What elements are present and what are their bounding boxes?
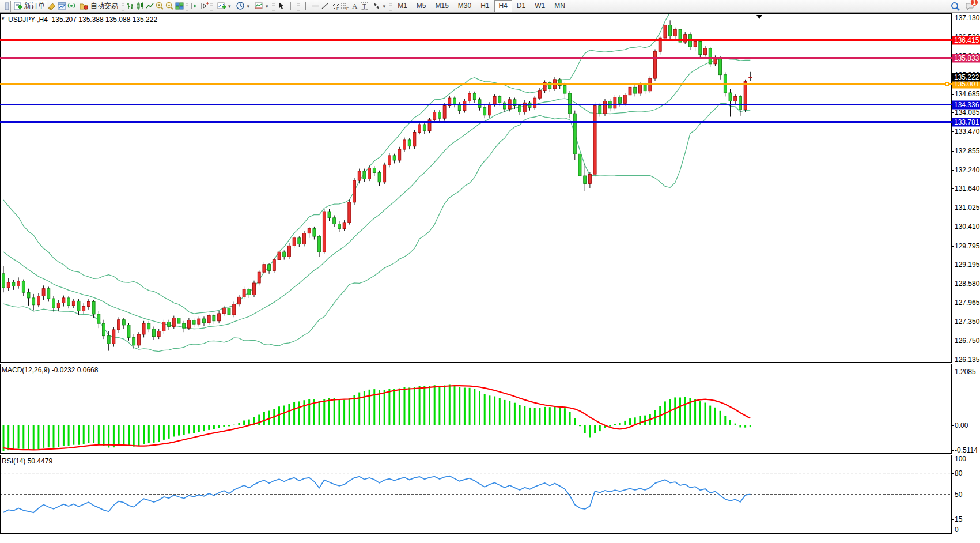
auto-scroll-icon[interactable]	[199, 1, 209, 11]
chart-symbol-period: USDJPY-,H4	[8, 16, 48, 24]
toolbar-grip	[210, 2, 213, 11]
timeframe-H4[interactable]: H4	[494, 0, 512, 12]
dropdown-caret: ▾	[247, 3, 250, 9]
tile-windows-icon[interactable]	[175, 1, 184, 11]
chart-area[interactable]: ▾ USDJPY-,H4 135.207 135.388 135.088 135…	[0, 13, 980, 543]
price-axis-tick	[952, 265, 954, 265]
macd-axis-tick	[952, 372, 954, 372]
price-tick-label: 126.135	[955, 356, 979, 364]
timeframe-M1[interactable]: M1	[393, 0, 412, 12]
collapse-arrow-icon[interactable]: ▾	[2, 16, 5, 21]
search-icon[interactable]	[950, 1, 960, 11]
price-axis-tick	[952, 284, 954, 284]
chart-window-icon[interactable]	[57, 1, 67, 11]
main-toolbar: 新订单 自动交易	[0, 0, 980, 13]
notifications-icon[interactable]: 1	[964, 1, 974, 11]
zoom-in-icon[interactable]	[155, 1, 165, 11]
line-chart-mode-icon[interactable]	[145, 1, 155, 11]
timeframe-M15[interactable]: M15	[430, 0, 453, 12]
rsi-axis-tick	[952, 473, 954, 474]
toolbar-grip	[186, 2, 188, 11]
price-axis-tick	[952, 188, 954, 189]
arrows-tool-button[interactable]: ▾	[369, 1, 388, 12]
svg-text:E: E	[336, 7, 339, 11]
dropdown-caret: ▾	[266, 3, 268, 9]
dropdown-caret: ▾	[228, 3, 231, 9]
price-tick-label: 130.410	[955, 223, 979, 231]
auto-trading-button[interactable]: 自动交易	[77, 1, 120, 12]
fibonacci-tool-icon[interactable]: F	[340, 1, 350, 11]
rsi-axis-tick	[952, 519, 954, 520]
chart-canvas[interactable]	[0, 13, 980, 543]
price-axis-tick	[952, 322, 954, 322]
price-tick-label: 131.640	[955, 184, 979, 193]
vertical-line-tool-icon[interactable]	[301, 1, 311, 11]
add-indicator-button[interactable]: ▾	[214, 1, 233, 12]
zoom-out-icon[interactable]	[165, 1, 175, 11]
resistance-line-2-price-label: 135.833	[952, 54, 980, 62]
price-axis-tick	[952, 227, 954, 227]
rsi-tick-label: 0	[955, 526, 959, 534]
signal-icon[interactable]	[67, 1, 77, 11]
candlestick-mode-icon[interactable]	[135, 1, 145, 11]
cursor-icon[interactable]	[276, 1, 286, 11]
macd-tick-label: 1.2085	[955, 368, 976, 376]
rsi-axis-tick	[952, 459, 954, 459]
timeframe-M30[interactable]: M30	[453, 0, 476, 12]
price-axis-tick	[952, 208, 954, 208]
auto-trading-icon	[79, 1, 89, 11]
support-line-1[interactable]	[0, 104, 952, 105]
template-icon	[254, 1, 264, 11]
support-line-2[interactable]	[0, 121, 952, 123]
periods-button[interactable]: ▾	[233, 1, 252, 12]
main-panel-frame	[1, 14, 952, 363]
new-order-button[interactable]: 新订单	[10, 1, 47, 12]
clipped-left-icon	[1, 1, 10, 11]
price-axis-tick	[952, 303, 954, 303]
macd-axis-tick	[952, 425, 954, 426]
price-axis-tick	[952, 170, 954, 171]
text-tool-icon[interactable]: A	[350, 1, 360, 11]
svg-text:T: T	[362, 3, 366, 10]
chart-shift-icon[interactable]	[190, 1, 199, 11]
trendline-tool-icon[interactable]	[320, 1, 330, 11]
macd-plot	[3, 385, 750, 451]
timeframe-MN[interactable]: MN	[550, 0, 570, 12]
crosshair-icon[interactable]	[286, 1, 296, 11]
text-label-tool-icon[interactable]: T	[360, 1, 369, 11]
macd-indicator-label: MACD(12,26,9) -0.0232 0.0668	[2, 366, 98, 374]
price-tick-label: 133.470	[955, 127, 979, 135]
support-line-1-price-label: 134.336	[952, 100, 980, 109]
toolbar-grip	[122, 2, 124, 11]
price-axis-tick	[952, 246, 954, 247]
horizontal-line-tool-icon[interactable]	[311, 1, 320, 11]
toolbar-grip	[272, 2, 275, 11]
chart-ohlc-values: 135.207 135.388 135.088 135.222	[52, 16, 158, 24]
bar-chart-mode-icon[interactable]	[126, 1, 135, 11]
price-tick-label: 129.795	[955, 242, 979, 250]
price-axis-tick	[952, 360, 954, 360]
order-line-handle[interactable]	[945, 82, 949, 86]
macd-tick-label: -0.5114	[955, 446, 978, 454]
chart-title: USDJPY-,H4 135.207 135.388 135.088 135.2…	[8, 16, 157, 24]
resistance-line-2[interactable]	[0, 57, 952, 59]
timeframe-W1[interactable]: W1	[530, 0, 550, 12]
svg-text:F: F	[346, 7, 349, 11]
new-order-label: 新订单	[24, 1, 45, 11]
price-axis-tick	[952, 151, 954, 152]
channel-tool-icon[interactable]: E	[330, 1, 340, 11]
templates-button[interactable]: ▾	[252, 1, 271, 12]
arrows-tool-icon	[372, 1, 381, 11]
timeframe-D1[interactable]: D1	[512, 0, 530, 12]
price-tick-label: 128.580	[955, 280, 979, 288]
resistance-line-1[interactable]	[0, 39, 952, 41]
notification-count-badge: 1	[970, 0, 978, 6]
order-line[interactable]	[0, 83, 952, 85]
timeframe-M5[interactable]: M5	[412, 0, 431, 12]
eraser-icon[interactable]	[47, 1, 57, 11]
timeframe-H1[interactable]: H1	[476, 0, 494, 12]
rsi-axis-tick	[952, 530, 954, 530]
price-tick-label: 134.685	[955, 90, 979, 98]
rsi-tick-label: 100	[955, 455, 966, 463]
toolbar-grip	[389, 2, 392, 11]
